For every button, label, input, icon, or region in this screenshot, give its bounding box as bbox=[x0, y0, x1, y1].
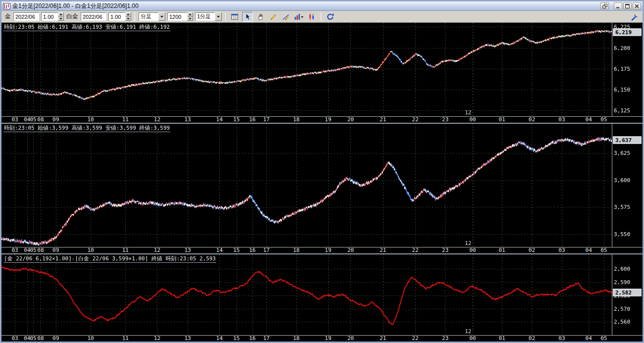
time-tick-label: 04 bbox=[586, 247, 592, 253]
time-tick-label: 13 bbox=[184, 336, 191, 342]
float-window-button[interactable] bbox=[600, 2, 609, 9]
titlebar[interactable]: 金1分足[2022/06]1.00 - 白金1分足[2022/06]1.00 bbox=[1, 1, 643, 11]
spin-up-icon[interactable] bbox=[58, 12, 64, 17]
price-tick-label: 3,575 bbox=[614, 204, 630, 210]
bar-count-spin-arrows[interactable] bbox=[187, 12, 193, 21]
maximize-button[interactable] bbox=[623, 2, 632, 9]
time-tick-label: 15 bbox=[233, 336, 240, 342]
refresh-button[interactable] bbox=[325, 12, 336, 22]
gold-chart-panel: 時刻:23:05 始値:6,191 高値:6,193 安値:6,191 終値:6… bbox=[1, 23, 643, 123]
close-icon bbox=[635, 4, 639, 8]
gold-contract-field[interactable]: 2022/06 bbox=[13, 12, 39, 21]
gold-plot-area[interactable]: 時刻:23:05 始値:6,191 高値:6,193 安値:6,191 終値:6… bbox=[1, 23, 612, 116]
minimize-button[interactable] bbox=[614, 2, 622, 9]
spread-price-axis: 2,582 2,6002,5902,5802,5702,560 bbox=[612, 254, 643, 335]
time-tick-label: 05 bbox=[30, 117, 36, 123]
time-tick-label: 04 bbox=[24, 117, 30, 123]
trendline-draw-button[interactable] bbox=[281, 12, 292, 22]
toolbar: 金 2022/06 1.00 白金 2022/06 1.00 分足 1200 bbox=[1, 11, 643, 23]
close-button[interactable] bbox=[633, 2, 641, 9]
spin-up-icon[interactable] bbox=[187, 12, 193, 17]
app-chart-icon bbox=[3, 3, 10, 9]
time-tick-label: 00 bbox=[469, 336, 476, 342]
time-tick-label: 08 bbox=[37, 336, 44, 342]
timeframe-value[interactable]: 1分足 bbox=[195, 12, 215, 21]
spin-down-icon[interactable] bbox=[58, 17, 64, 21]
window-controls bbox=[599, 2, 641, 9]
time-tick-label: 14 bbox=[216, 247, 223, 253]
spin-down-icon[interactable] bbox=[187, 17, 193, 21]
platinum-chart-panel: 時刻:23:05 始値:3,599 高値:3,599 安値:3,599 終値:3… bbox=[1, 123, 643, 253]
bar-count-value[interactable]: 1200 bbox=[167, 12, 187, 21]
time-tick-label: 13 bbox=[184, 117, 191, 123]
pencil-draw-button[interactable] bbox=[268, 12, 279, 22]
time-tick-label: 12 bbox=[154, 117, 160, 123]
hand-pan-button[interactable] bbox=[255, 12, 266, 22]
time-tick-label: 03 bbox=[12, 336, 18, 342]
time-tick-label: 04 bbox=[586, 117, 592, 123]
spread-info: [金 22/06 6,192×1.00]-[白金 22/06 3,599×1.0… bbox=[3, 255, 216, 263]
platinum-ratio-spinner[interactable]: 1.00 bbox=[108, 12, 131, 21]
platinum-contract-field[interactable]: 2022/06 bbox=[81, 12, 106, 21]
time-tick-label: 11 bbox=[122, 247, 129, 253]
gold-label: 金 bbox=[5, 12, 11, 21]
price-tick-label: 6,200 bbox=[614, 45, 630, 51]
platinum-price-axis: 3,637 3,6253,6003,5753,550 bbox=[612, 124, 643, 247]
pencil-draw-icon bbox=[269, 13, 277, 21]
time-tick-label: 16 bbox=[249, 117, 255, 123]
candlestick-toggle-button[interactable] bbox=[306, 12, 317, 22]
time-tick-label: 15 bbox=[233, 117, 240, 123]
time-tick-label: 01 bbox=[498, 117, 505, 123]
timeframe-dropdown[interactable]: 1分足 bbox=[195, 12, 222, 21]
platinum-ratio-value[interactable]: 1.00 bbox=[108, 12, 125, 21]
select-cursor-button[interactable] bbox=[242, 12, 253, 22]
time-tick-label: 00 bbox=[469, 117, 476, 123]
date-marker-label: 12 bbox=[465, 109, 471, 116]
platinum-time-axis: 0304050809101112131415161718192021222300… bbox=[1, 247, 643, 253]
time-tick-label: 18 bbox=[293, 336, 299, 342]
time-tick-label: 01 bbox=[498, 336, 505, 342]
gold-ratio-value[interactable]: 1.00 bbox=[41, 12, 58, 21]
toolbar-separator bbox=[225, 12, 226, 21]
chevron-down-icon[interactable] bbox=[158, 12, 165, 21]
time-tick-label: 17 bbox=[263, 247, 269, 253]
gold-ratio-spin-arrows[interactable] bbox=[58, 12, 64, 21]
spin-up-icon[interactable] bbox=[125, 12, 131, 17]
quote-board-button[interactable] bbox=[229, 12, 240, 22]
chart-type-bar-icon bbox=[294, 13, 304, 21]
price-tick-label: 2,590 bbox=[614, 279, 630, 286]
settings-wrench-button[interactable] bbox=[629, 12, 640, 22]
price-tick-label: 3,625 bbox=[614, 149, 630, 156]
gold-ratio-spinner[interactable]: 1.00 bbox=[41, 12, 64, 21]
spin-down-icon[interactable] bbox=[125, 17, 131, 21]
time-tick-label: 05 bbox=[30, 247, 36, 253]
platinum-ratio-spin-arrows[interactable] bbox=[125, 12, 131, 21]
maximize-icon bbox=[625, 4, 630, 8]
time-tick-label: 04 bbox=[586, 336, 592, 342]
time-tick-label: 03 bbox=[558, 336, 565, 342]
spread-plot-area[interactable]: [金 22/06 6,192×1.00]-[白金 22/06 3,599×1.0… bbox=[1, 254, 612, 335]
interval-value[interactable]: 分足 bbox=[139, 12, 158, 21]
time-tick-label: 03 bbox=[12, 117, 18, 123]
time-tick-label: 04 bbox=[24, 247, 30, 253]
time-tick-label: 23 bbox=[442, 247, 448, 253]
app-window: 金1分足[2022/06]1.00 - 白金1分足[2022/06]1.00 bbox=[0, 0, 644, 343]
time-tick-label: 10 bbox=[87, 117, 94, 123]
platinum-plot-area[interactable]: 時刻:23:05 始値:3,599 高値:3,599 安値:3,599 終値:3… bbox=[1, 124, 612, 247]
time-tick-label: 02 bbox=[529, 336, 535, 342]
interval-dropdown[interactable]: 分足 bbox=[139, 12, 165, 21]
time-tick-label: 11 bbox=[122, 117, 129, 123]
time-tick-label: 05 bbox=[600, 336, 607, 342]
time-tick-label: 20 bbox=[347, 247, 354, 253]
time-tick-label: 19 bbox=[325, 247, 331, 253]
time-tick-label: 11 bbox=[122, 336, 129, 342]
cursor-icon bbox=[244, 13, 251, 21]
chevron-down-icon[interactable] bbox=[215, 12, 222, 21]
time-tick-label: 14 bbox=[216, 336, 223, 342]
time-tick-label: 20 bbox=[347, 117, 354, 123]
date-marker-label: 12 bbox=[465, 328, 471, 335]
chart-type-button[interactable] bbox=[294, 12, 304, 22]
bar-count-spinner[interactable]: 1200 bbox=[167, 12, 193, 21]
time-tick-label: 16 bbox=[249, 336, 255, 342]
refresh-icon bbox=[326, 13, 334, 21]
